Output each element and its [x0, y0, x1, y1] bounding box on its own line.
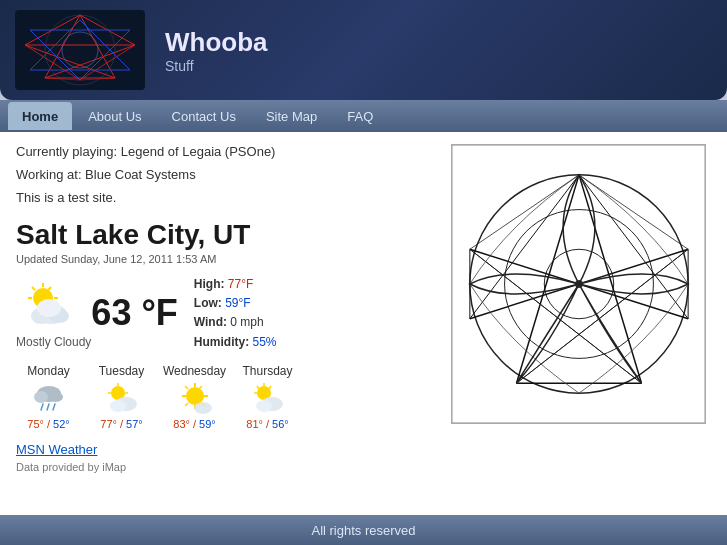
weather-details: High: 77°F Low: 59°F Wind: 0 mph Humidit… — [194, 275, 277, 352]
svg-point-54 — [194, 402, 212, 414]
forecast-tuesday: Tuesday 77° / 57° — [89, 364, 154, 430]
header-title: Whooba Stuff — [165, 27, 268, 74]
footer-text: All rights reserved — [311, 523, 415, 538]
svg-line-52 — [185, 403, 188, 406]
nav-about[interactable]: About Us — [74, 102, 155, 130]
svg-point-33 — [34, 391, 48, 403]
weather-current: Mostly Cloudy 63 °F High: 77°F Low: 59°F… — [16, 275, 441, 352]
footer: All rights reserved — [0, 515, 727, 545]
svg-line-37 — [53, 404, 55, 410]
tuesday-icon — [104, 380, 140, 416]
weather-icon-col: Mostly Cloudy — [16, 278, 91, 349]
weather-icon-main — [21, 278, 76, 333]
forecast-row: Monday 75° / 52° Tuesday — [16, 364, 441, 430]
working-info: Working at: Blue Coat Systems — [16, 167, 441, 182]
svg-line-27 — [48, 287, 51, 290]
wednesday-icon — [177, 380, 213, 416]
svg-point-31 — [37, 299, 61, 317]
main-content: Currently playing: Legend of Legaia (PSO… — [0, 132, 727, 515]
svg-point-44 — [110, 400, 126, 412]
forecast-thursday: Thursday 81° / 56° — [235, 364, 300, 430]
data-credit: Data provided by iMap — [16, 461, 441, 473]
svg-point-34 — [49, 392, 63, 402]
svg-line-36 — [47, 404, 49, 410]
thursday-icon — [250, 380, 286, 416]
svg-point-61 — [256, 400, 272, 412]
playing-info: Currently playing: Legend of Legaia (PSO… — [16, 144, 441, 159]
temp-display: 63 °F — [91, 292, 177, 334]
high-temp: High: 77°F — [194, 275, 277, 294]
forecast-monday: Monday 75° / 52° — [16, 364, 81, 430]
low-temp: Low: 59°F — [194, 294, 277, 313]
test-site-info: This is a test site. — [16, 190, 441, 205]
svg-line-26 — [32, 287, 35, 290]
right-panel — [451, 144, 711, 473]
updated-text: Updated Sunday, June 12, 2011 1:53 AM — [16, 253, 441, 265]
content-area: Currently playing: Legend of Legaia (PSO… — [16, 144, 711, 473]
svg-line-58 — [257, 386, 259, 389]
left-panel: Currently playing: Legend of Legaia (PSO… — [16, 144, 441, 473]
header: Whooba Stuff — [0, 0, 727, 100]
svg-line-59 — [269, 386, 271, 389]
header-logo — [15, 10, 145, 90]
site-subtitle: Stuff — [165, 58, 268, 74]
nav-contact[interactable]: Contact Us — [158, 102, 250, 130]
nav-faq[interactable]: FAQ — [333, 102, 387, 130]
nav-sitemap[interactable]: Site Map — [252, 102, 331, 130]
nav-home[interactable]: Home — [8, 102, 72, 130]
geometric-image — [451, 144, 706, 424]
city-name: Salt Lake City, UT — [16, 219, 441, 251]
humidity-info: Humidity: 55% — [194, 333, 277, 352]
svg-line-50 — [185, 386, 188, 389]
condition-label: Mostly Cloudy — [16, 335, 91, 349]
monday-icon — [31, 380, 67, 416]
forecast-wednesday: Wednesday 83° / 59° — [162, 364, 227, 430]
navigation: Home About Us Contact Us Site Map FAQ — [0, 100, 727, 132]
site-title: Whooba — [165, 27, 268, 58]
msn-weather-link[interactable]: MSN Weather — [16, 442, 97, 457]
svg-line-51 — [199, 386, 202, 389]
wind-info: Wind: 0 mph — [194, 313, 277, 332]
svg-line-35 — [41, 404, 43, 410]
